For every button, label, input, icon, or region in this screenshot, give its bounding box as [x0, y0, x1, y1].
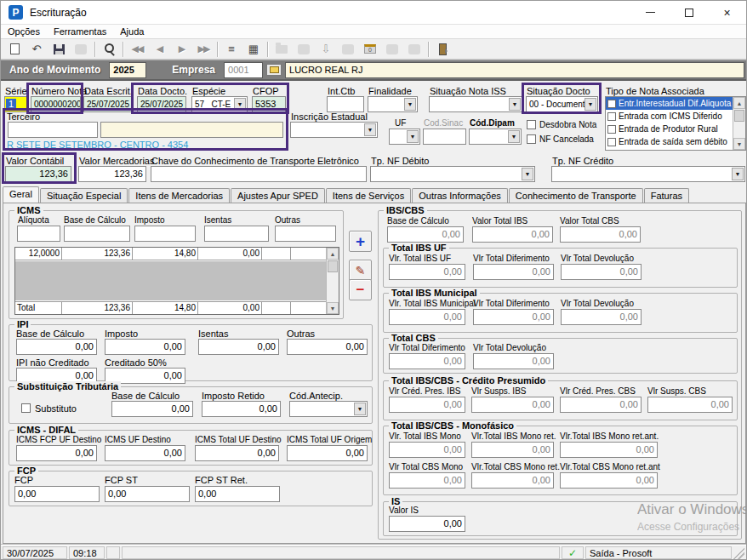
- tp-nf-debito-select[interactable]: ▼: [370, 166, 535, 182]
- fcp-field[interactable]: 0,00: [14, 486, 100, 502]
- valor-is-field[interactable]: 0,00: [389, 516, 465, 532]
- checkbox[interactable]: [607, 100, 616, 108]
- menu-ajuda[interactable]: Ajuda: [113, 26, 151, 37]
- resize-grip[interactable]: [733, 546, 744, 559]
- tab-situacao-especial[interactable]: Situação Especial: [40, 188, 128, 203]
- list-item[interactable]: Entrada de saída sem débito: [606, 135, 745, 148]
- icms-outras-input[interactable]: [275, 226, 336, 242]
- ano-movimento-field[interactable]: 2025: [109, 62, 146, 78]
- uf-select[interactable]: ▼: [389, 129, 420, 145]
- desdobra-nota-checkbox[interactable]: [527, 120, 536, 129]
- tipo-nota-listbox[interactable]: Entr.Interestadual Dif.Aliquota Entrada …: [605, 96, 746, 151]
- abacus-button[interactable]: 0: [359, 40, 381, 58]
- valor-contabil-field[interactable]: 123,36: [5, 166, 71, 182]
- numero-nota-field[interactable]: 0000000200: [31, 96, 81, 112]
- exit-button[interactable]: [431, 40, 453, 58]
- difal-total-uf-destino-field[interactable]: 0,00: [195, 445, 279, 461]
- inscricao-estadual-select[interactable]: ▼: [290, 122, 378, 138]
- new-button[interactable]: [3, 40, 26, 58]
- structure-button[interactable]: ≡: [220, 40, 242, 58]
- scroll-down-icon[interactable]: ▼: [733, 138, 745, 150]
- scroll-down-icon[interactable]: ▼: [327, 302, 339, 314]
- ipi-base-field[interactable]: 0,00: [16, 339, 97, 355]
- fcp-st-ret-field[interactable]: 0,00: [195, 486, 280, 502]
- tab-conhecimento-transporte[interactable]: Conhecimento de Transporte: [509, 188, 643, 203]
- icms-base-input[interactable]: [64, 226, 130, 242]
- chave-cte-field[interactable]: [151, 166, 367, 182]
- edit-row-button[interactable]: ✎: [349, 260, 372, 281]
- serie-field[interactable]: 1: [4, 96, 27, 112]
- vlr-total-devolucao-field[interactable]: 0,00: [561, 309, 642, 325]
- difal-uf-destino-field[interactable]: 0,00: [105, 445, 185, 461]
- st-imposto-retido-field[interactable]: 0,00: [202, 401, 281, 417]
- difal-fcp-uf-destino-field[interactable]: 0,00: [16, 445, 97, 461]
- situacao-nota-iss-select[interactable]: ▼: [429, 96, 522, 112]
- situacao-docto-select[interactable]: 00 - Document▼: [526, 96, 598, 112]
- vlr-total-ibs-mono-ret-ant-field[interactable]: 0,00: [560, 442, 658, 458]
- chevron-down-icon[interactable]: ▼: [509, 98, 521, 111]
- scroll-thumb[interactable]: [328, 260, 338, 272]
- st-base-field[interactable]: 0,00: [111, 401, 193, 417]
- tp-nf-credito-select[interactable]: ▼: [551, 166, 745, 182]
- scroll-up-icon[interactable]: ▲: [327, 248, 339, 260]
- first-record-button[interactable]: ◀◀: [126, 40, 148, 58]
- print-preview-button[interactable]: [98, 40, 120, 58]
- checkbox[interactable]: [607, 125, 616, 134]
- grid-scrollbar[interactable]: ▲▼: [326, 248, 339, 314]
- vlr-total-ibs-uf-field[interactable]: 0,00: [389, 264, 465, 280]
- minimize-button[interactable]: [631, 1, 670, 24]
- checkbox[interactable]: [607, 112, 616, 121]
- icms-aliquota-input[interactable]: [17, 226, 60, 242]
- int-ctb-field[interactable]: [327, 96, 364, 112]
- valor-mercadorias-field[interactable]: 123,36: [78, 166, 146, 182]
- vlr-total-ibs-mono-ret-field[interactable]: 0,00: [471, 442, 554, 458]
- icms-grid[interactable]: 12,0000 123,36 14,80 0,00 Total 123,36 1…: [14, 247, 339, 315]
- list-item[interactable]: Entrada de Produtor Rural: [606, 123, 745, 135]
- vlr-total-cbs-mono-ret-field[interactable]: 0,00: [471, 472, 554, 489]
- vlr-cred-pres-ibs-field[interactable]: 0,00: [389, 397, 465, 413]
- nf-cancelada-checkbox[interactable]: [527, 134, 536, 144]
- cod-sinac-field[interactable]: [423, 129, 466, 145]
- tab-faturas[interactable]: Faturas: [644, 188, 689, 203]
- data-escrit-field[interactable]: 25/07/2025: [83, 96, 133, 112]
- last-record-button[interactable]: ▶▶: [192, 40, 214, 58]
- ipi-imposto-field[interactable]: 0,00: [105, 339, 185, 355]
- chevron-down-icon[interactable]: ▼: [522, 168, 533, 180]
- ipi-isentas-field[interactable]: 0,00: [198, 339, 279, 355]
- valor-total-cbs-field[interactable]: 0,00: [560, 226, 641, 243]
- substituto-checkbox[interactable]: [21, 403, 31, 413]
- vlr-susps-cbs-field[interactable]: 0,00: [647, 397, 733, 413]
- table-row[interactable]: 12,0000 123,36 14,80 0,00: [15, 248, 339, 260]
- add-row-button[interactable]: +: [349, 231, 372, 252]
- vlr-total-diferimento-field[interactable]: 0,00: [473, 309, 554, 325]
- ipi-outras-field[interactable]: 0,00: [287, 339, 368, 355]
- cbs-vlr-total-devolucao-field[interactable]: 0,00: [473, 353, 554, 369]
- next-record-button[interactable]: ▶: [170, 40, 192, 58]
- checkbox[interactable]: [607, 138, 616, 146]
- fcp-st-field[interactable]: 0,00: [105, 486, 190, 502]
- chevron-down-icon[interactable]: ▼: [584, 98, 596, 111]
- chevron-down-icon[interactable]: ▼: [407, 130, 419, 143]
- vlr-total-cbs-mono-ret-ant-field[interactable]: 0,00: [560, 472, 658, 489]
- cod-dipam-select[interactable]: ▼: [469, 129, 522, 145]
- chevron-down-icon[interactable]: ▼: [234, 98, 246, 111]
- vlr-total-devolucao-field[interactable]: 0,00: [561, 264, 642, 280]
- finalidade-select[interactable]: ▼: [368, 96, 418, 112]
- calculator-button[interactable]: ▦: [242, 40, 265, 58]
- undo-button[interactable]: ↶: [26, 40, 48, 58]
- list-item[interactable]: Entr.Interestadual Dif.Aliquota: [606, 97, 745, 110]
- vlr-cred-pres-cbs-field[interactable]: 0,00: [560, 397, 642, 413]
- icms-imposto-input[interactable]: [134, 226, 196, 242]
- tab-outras-informacoes[interactable]: Outras Informações: [412, 188, 508, 203]
- ibscbs-base-field[interactable]: 0,00: [387, 226, 464, 243]
- scrollbar[interactable]: ▲▼: [733, 97, 745, 150]
- difal-total-uf-origem-field[interactable]: 0,00: [287, 445, 368, 461]
- terceiro-code-field[interactable]: [8, 122, 98, 138]
- valor-total-ibs-field[interactable]: 0,00: [472, 226, 553, 243]
- chevron-down-icon[interactable]: ▼: [404, 98, 416, 111]
- open-company-button[interactable]: [266, 64, 282, 76]
- tab-geral[interactable]: Geral: [3, 186, 39, 203]
- chevron-down-icon[interactable]: ▼: [508, 130, 520, 143]
- terceiro-name-field[interactable]: [100, 122, 283, 138]
- tab-itens-mercadorias[interactable]: Itens de Mercadorias: [128, 188, 230, 203]
